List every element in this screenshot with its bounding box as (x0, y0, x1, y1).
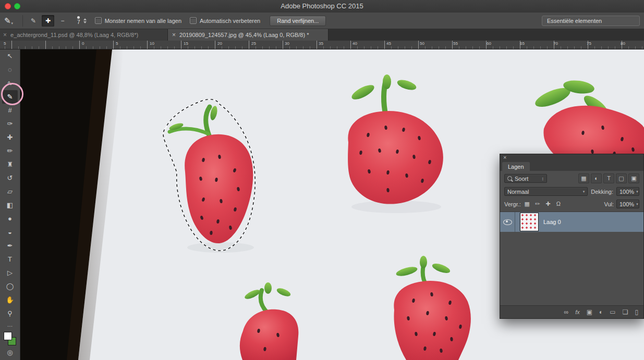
ruler-label: 70 (553, 41, 558, 46)
quick-selection-tool[interactable]: ✎ (2, 90, 18, 104)
lock-position-icon[interactable]: ✚ (544, 201, 552, 207)
eraser-tool[interactable]: ▱ (2, 185, 18, 198)
lock-transparent-pixels-icon[interactable]: ▦ (524, 201, 531, 207)
brush-size-picker[interactable]: 7 (77, 16, 87, 25)
ruler-label: 55 (453, 41, 458, 46)
fill-value: 100% (619, 201, 634, 207)
new-adjustment-layer-icon[interactable]: ◐ (599, 308, 603, 316)
delete-layer-icon[interactable]: ▯ (635, 308, 638, 316)
brush-dot-icon (77, 16, 80, 19)
link-layers-icon[interactable]: ∞ (564, 308, 569, 316)
tab-lagen[interactable]: Lagen (502, 162, 530, 171)
marquee-tool[interactable]: ◌ (2, 63, 18, 77)
ruler-label: 35 (319, 41, 323, 46)
fill-select[interactable]: 100% ▾ (616, 200, 639, 208)
color-swatches (4, 332, 16, 345)
sample-all-layers-checkbox[interactable] (95, 17, 102, 24)
updown-arrows-icon: ↕ (542, 176, 544, 181)
chevron-down-icon: ▾ (634, 190, 638, 194)
new-layer-icon[interactable]: ❏ (623, 308, 628, 316)
workspace-switcher[interactable]: Essentiële elementen (542, 16, 640, 26)
lock-all-icon[interactable]: Ω (555, 201, 562, 207)
history-brush-tool[interactable]: ↺ (2, 171, 18, 185)
layers-panel: × Lagen Soort ↕ ▦◐T▢▣ Normaal ▾ Dekking:… (500, 154, 644, 319)
ruler-label: 40 (353, 41, 357, 46)
ruler-label: 0 (82, 41, 84, 46)
ruler-label: 20 (217, 41, 222, 46)
hand-tool[interactable]: ✋ (2, 293, 18, 307)
move-tool[interactable]: ↖ (2, 49, 18, 63)
blend-mode-select[interactable]: Normaal ▾ (504, 187, 588, 196)
ruler-label: 75 (587, 41, 591, 46)
edit-toolbar-icon[interactable]: … (7, 321, 13, 328)
ruler-label: 10 (150, 41, 154, 46)
eyedropper-tool[interactable]: ✑ (2, 117, 18, 131)
tab-document-achtergrond[interactable]: × e_achtergrond_11.psd @ 48,8% (Laag 4, … (0, 29, 168, 41)
tab-document-20190809[interactable]: × 20190809_124557.jpg @ 45,4% (Laag 0, R… (168, 29, 329, 41)
layer-row-laag-0[interactable]: Laag 0 (500, 212, 643, 232)
ruler-label: 15 (184, 41, 188, 46)
berry-shadow (187, 242, 254, 253)
stepper-arrows-icon[interactable] (83, 18, 87, 23)
layer-name: Laag 0 (543, 219, 561, 225)
crop-tool[interactable]: # (2, 104, 18, 117)
zoom-tool[interactable]: ⚲ (2, 307, 18, 320)
layers-panel-footer: ∞fx▣◐▭❏▯ (500, 305, 643, 318)
window-title: Adobe Photoshop CC 2015 (0, 2, 644, 10)
tool-options-bar: ✎ ▾ ✎✚− 7 Monster nemen van alle lagen A… (0, 13, 644, 29)
quick-selection-icon: ✎ (4, 16, 11, 26)
opacity-label: Dekking: (591, 189, 613, 195)
lock-buttons: ▦✏✚Ω (524, 201, 562, 207)
chevron-down-icon: ▾ (634, 202, 638, 206)
subtract-from-selection-button[interactable]: − (56, 15, 69, 27)
lock-image-pixels-icon[interactable]: ✏ (534, 201, 541, 207)
auto-enhance-checkbox[interactable] (190, 17, 197, 24)
eye-icon (503, 219, 512, 225)
filter-adjustment-layers-icon[interactable]: ◐ (591, 173, 602, 183)
lasso-tool[interactable]: ∿ (2, 77, 18, 90)
panel-tab-bar: Lagen (500, 161, 643, 171)
ruler-label: 60 (487, 41, 491, 46)
blur-tool[interactable]: ● (2, 212, 18, 226)
layer-style-fx-icon[interactable]: fx (575, 309, 580, 315)
filter-shape-layers-icon[interactable]: ▢ (616, 173, 627, 183)
opacity-select[interactable]: 100% ▾ (616, 187, 639, 196)
layer-filter-type-select[interactable]: Soort ↕ (504, 174, 547, 183)
ruler-label: 45 (386, 41, 391, 46)
refine-edge-button[interactable]: Rand verfijnen... (270, 16, 326, 26)
clone-stamp-tool[interactable]: ♜ (2, 158, 18, 171)
layer-thumbnail[interactable] (520, 213, 539, 231)
new-selection-button[interactable]: ✎ (27, 15, 40, 27)
close-tab-icon[interactable]: × (172, 31, 176, 39)
filter-smart-objects-icon[interactable]: ▣ (628, 173, 639, 183)
close-tab-icon[interactable]: × (3, 31, 7, 39)
layer-filter-buttons: ▦◐T▢▣ (578, 173, 639, 183)
shape-tool[interactable]: ◯ (2, 280, 18, 293)
blend-mode-value: Normaal (507, 189, 529, 195)
ruler-label: 80 (621, 41, 625, 46)
fill-label: Vul: (604, 201, 614, 207)
gradient-tool[interactable]: ◧ (2, 198, 18, 212)
brush-tool[interactable]: ✏ (2, 144, 18, 158)
spot-healing-tool[interactable]: ✚ (2, 131, 18, 144)
tool-preset-picker[interactable]: ✎ ▾ (4, 16, 13, 26)
window-titlebar: Adobe Photoshop CC 2015 (0, 0, 644, 13)
pen-tool[interactable]: ✒ (2, 239, 18, 253)
document-tab-bar: × e_achtergrond_11.psd @ 48,8% (Laag 4, … (0, 29, 644, 41)
quick-mask-icon[interactable]: ◎ (7, 349, 13, 356)
filter-pixel-layers-icon[interactable]: ▦ (578, 173, 589, 183)
horizontal-ruler[interactable]: 505101520253035404550556065707580 (0, 41, 644, 49)
add-layer-mask-icon[interactable]: ▣ (587, 308, 592, 316)
chevron-down-icon: ▾ (11, 21, 14, 26)
visibility-toggle[interactable] (500, 212, 515, 232)
new-group-icon[interactable]: ▭ (610, 308, 615, 316)
type-tool[interactable]: T (2, 253, 18, 266)
foreground-color-swatch[interactable] (4, 332, 12, 340)
add-to-selection-button[interactable]: ✚ (42, 15, 54, 27)
dodge-tool[interactable]: ◒ (2, 226, 18, 239)
panel-close-icon[interactable]: × (503, 155, 506, 160)
separator (22, 15, 23, 27)
path-selection-tool[interactable]: ▷ (2, 266, 18, 280)
auto-enhance-label: Automatisch verbeteren (200, 18, 260, 24)
filter-type-layers-icon[interactable]: T (603, 173, 614, 183)
